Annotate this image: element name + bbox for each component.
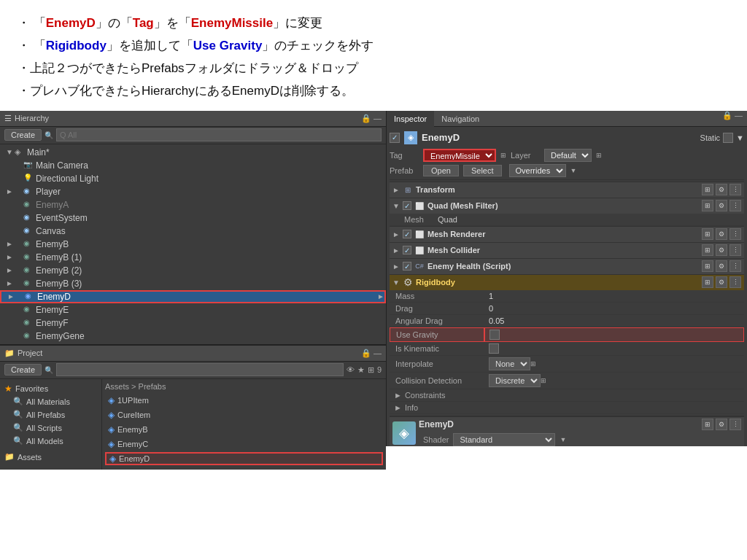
static-dropdown[interactable]: ▼ <box>736 133 744 142</box>
tree-item-main[interactable]: ▼ ◈ Main* <box>0 146 386 159</box>
hierarchy-search-input[interactable] <box>56 128 382 141</box>
meshcollider-btn3[interactable]: ⋮ <box>729 244 741 256</box>
meshcollider-checkbox[interactable] <box>403 246 411 254</box>
tree-item-enemygene[interactable]: ◉ EnemyGene <box>0 330 386 343</box>
hierarchy-create-button[interactable]: Create <box>4 129 42 141</box>
project-create-button[interactable]: Create <box>4 364 42 376</box>
enemyhealth-btns: ⊞ ⚙ ⋮ <box>702 260 741 272</box>
interpolate-dropdown[interactable]: None <box>489 357 530 370</box>
tree-item-enemyb[interactable]: ► ◉ EnemyB <box>0 238 386 251</box>
meshfilter-btn3[interactable]: ⋮ <box>729 200 741 211</box>
tag-arrow: ⊞ <box>500 152 506 159</box>
transform-btn2[interactable]: ⚙ <box>716 184 727 195</box>
meshrenderer-btn1[interactable]: ⊞ <box>702 228 713 240</box>
prefab-open-button[interactable]: Open <box>423 165 459 176</box>
static-checkbox[interactable] <box>723 133 733 143</box>
meshrenderer-btn2[interactable]: ⚙ <box>716 228 727 240</box>
rigidbody-btn3[interactable]: ⋮ <box>729 276 741 288</box>
enemyhealth-btn2[interactable]: ⚙ <box>716 260 727 272</box>
overrides-dropdown[interactable]: Overrides <box>509 164 566 177</box>
tree-item-player[interactable]: ► ◉ Player <box>0 185 386 198</box>
collisiondetection-dropdown[interactable]: Discrete <box>489 374 541 387</box>
folder-icon-assets: 📁 <box>4 452 15 462</box>
sidebar-allprefabs[interactable]: 🔍 All Prefabs <box>0 408 101 421</box>
rigidbody-btn2[interactable]: ⚙ <box>716 276 727 288</box>
drag-value[interactable]: 0 <box>484 303 744 315</box>
mass-value[interactable]: 1 <box>484 290 744 303</box>
tree-item-enemya[interactable]: ◉ EnemyA <box>0 198 386 211</box>
asset-enemyb[interactable]: ◈ EnemyB <box>105 423 383 436</box>
component-meshfilter[interactable]: ▼ ⬜ Quad (Mesh Filter) ⊞ ⚙ ⋮ <box>390 198 744 214</box>
transform-btn3[interactable]: ⋮ <box>729 184 741 195</box>
prefab-select-button[interactable]: Select <box>463 165 502 176</box>
meshfilter-btn1[interactable]: ⊞ <box>702 200 713 211</box>
meshrenderer-checkbox[interactable] <box>403 230 411 238</box>
tree-label-eventsystem: EventSystem <box>36 213 88 223</box>
tree-item-enemyd[interactable]: ► ◉ EnemyD ► <box>0 290 386 303</box>
tree-item-enemyb3[interactable]: ► ◉ EnemyB (3) <box>0 277 386 290</box>
sidebar-allscripts[interactable]: 🔍 All Scripts <box>0 421 101 435</box>
sidebar-favorites[interactable]: ★ Favorites <box>0 382 101 395</box>
meshfilter-checkbox[interactable] <box>403 201 411 210</box>
component-meshrenderer[interactable]: ► ⬜ Mesh Renderer ⊞ ⚙ ⋮ <box>390 226 744 242</box>
enemyhealth-btn1[interactable]: ⊞ <box>702 260 713 272</box>
info-foldout[interactable]: ► Info <box>390 402 744 414</box>
asset-enemyc[interactable]: ◈ EnemyC <box>105 438 383 451</box>
enemyd-material-info: EnemyD ⊞ ⚙ ⋮ Shader Standard <box>419 419 741 446</box>
project-toolbar-icons: 👁 ★ ⊞ 9 <box>347 365 382 375</box>
asset-1upitem[interactable]: ◈ 1UPItem <box>105 394 383 407</box>
asset-enemyd[interactable]: ◈ EnemyD <box>105 452 383 465</box>
angulardrag-value[interactable]: 0.05 <box>484 315 744 327</box>
component-meshcollider[interactable]: ► ⬜ Mesh Collider ⊞ ⚙ ⋮ <box>390 242 744 258</box>
bullet-4: プレハブ化できたらHierarchyにあるEnemyDは削除する。 <box>18 81 729 102</box>
tree-item-maincamera[interactable]: 📷 Main Camera <box>0 159 386 172</box>
tab-inspector[interactable]: Inspector <box>387 111 434 127</box>
tab-navigation[interactable]: Navigation <box>434 111 487 127</box>
folder-icon: 📁 <box>4 349 15 358</box>
gameobj-active-checkbox[interactable] <box>390 133 400 143</box>
asset-cureitem[interactable]: ◈ CureItem <box>105 408 383 421</box>
usegravity-value <box>484 327 744 342</box>
meshcollider-btn2[interactable]: ⚙ <box>716 244 727 256</box>
tree-item-enemyb1[interactable]: ► ◉ EnemyB (1) <box>0 251 386 264</box>
meshfilter-btn2[interactable]: ⚙ <box>716 200 727 211</box>
component-rigidbody[interactable]: ▼ ⚙ Rigidbody ⊞ ⚙ ⋮ <box>390 274 744 290</box>
component-transform[interactable]: ► ⊞ Transform ⊞ ⚙ ⋮ <box>390 182 744 198</box>
enemy-icon-a: ◉ <box>23 200 34 210</box>
enemyd-btn2[interactable]: ⚙ <box>716 419 727 430</box>
asset-enemyfiremissile[interactable]: ◈ EnemyFireMissile <box>105 467 383 470</box>
tree-item-enemyf[interactable]: ◉ EnemyF <box>0 316 386 330</box>
tree-item-canvas[interactable]: ◉ Canvas <box>0 225 386 238</box>
tree-item-enemye[interactable]: ◉ EnemyE <box>0 303 386 316</box>
meshrenderer-btn3[interactable]: ⋮ <box>729 228 741 240</box>
sidebar-assets-label: Assets <box>18 453 42 462</box>
transform-btn1[interactable]: ⊞ <box>702 184 713 195</box>
meshcollider-btn1[interactable]: ⊞ <box>702 244 713 256</box>
sidebar-allmodels[interactable]: 🔍 All Models <box>0 435 101 448</box>
sidebar-assets[interactable]: 📁 Assets <box>0 451 101 464</box>
shader-dropdown[interactable]: Standard <box>453 433 555 446</box>
enemyd-material-header: EnemyD ⊞ ⚙ ⋮ <box>419 419 741 430</box>
project-header: 📁 Project 🔒 — <box>0 346 386 362</box>
tree-item-enemyb2[interactable]: ► ◉ EnemyB (2) <box>0 264 386 277</box>
iskinematic-checkbox[interactable] <box>489 343 499 354</box>
enemyhealth-checkbox[interactable] <box>403 262 411 271</box>
sidebar-allmaterials[interactable]: 🔍 All Materials <box>0 395 101 408</box>
enemyd-btn3[interactable]: ⋮ <box>729 419 741 430</box>
inspector-static-row: Static ▼ <box>700 133 744 143</box>
enemyhealth-btn3[interactable]: ⋮ <box>729 260 741 272</box>
rigidbody-btn1[interactable]: ⊞ <box>702 276 713 288</box>
tag-dropdown[interactable]: EnemyMissile <box>423 149 496 162</box>
tree-item-directionallight[interactable]: 💡 Directional Light <box>0 172 386 185</box>
hierarchy-title-label: Hierarchy <box>15 114 49 122</box>
constraints-foldout[interactable]: ► Constraints <box>390 389 744 402</box>
tree-item-eventsystem[interactable]: ◉ EventSystem <box>0 211 386 225</box>
component-enemyhealth[interactable]: ► C# Enemy Health (Script) ⊞ ⚙ ⋮ <box>390 258 744 274</box>
panels: ☰ Hierarchy 🔒 — Create 🔍 ▼ <box>0 111 747 446</box>
project-search-input[interactable] <box>56 363 344 376</box>
project-sidebar: ★ Favorites 🔍 All Materials 🔍 All Prefab… <box>0 379 102 470</box>
layer-dropdown[interactable]: Default <box>544 149 592 162</box>
enemyd-btn1[interactable]: ⊞ <box>702 419 713 430</box>
usegravity-checkbox[interactable] <box>489 330 500 340</box>
layer-arrow: ⊞ <box>596 152 602 159</box>
